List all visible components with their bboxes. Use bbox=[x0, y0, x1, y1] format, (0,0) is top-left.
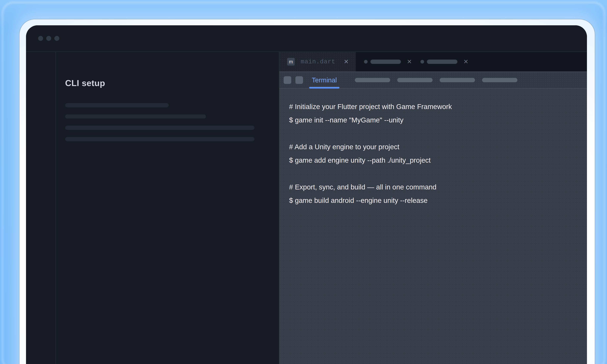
window-body: CLI setup m main.dart ✕ bbox=[26, 52, 587, 364]
terminal-line: # Add a Unity engine to your project bbox=[289, 140, 587, 154]
editor-tab-bar: m main.dart ✕ ✕ ✕ bbox=[279, 52, 587, 71]
tab-placeholder[interactable]: ✕ bbox=[364, 52, 412, 71]
toolbar-tab-placeholder[interactable] bbox=[397, 78, 433, 82]
toolbar-tab-placeholder[interactable] bbox=[440, 78, 475, 82]
tab-label: main.dart bbox=[301, 58, 344, 65]
file-dot-icon bbox=[364, 60, 368, 64]
tab-terminal[interactable]: Terminal bbox=[312, 76, 337, 84]
editor-window: CLI setup m main.dart ✕ bbox=[26, 25, 587, 364]
terminal-output[interactable]: # Initialize your Flutter project with G… bbox=[279, 89, 587, 364]
terminal-toolbar: Terminal bbox=[279, 71, 587, 89]
window-frame: CLI setup m main.dart ✕ bbox=[20, 19, 595, 364]
terminal-line: $ game add engine unity --path ./unity_p… bbox=[289, 154, 587, 167]
terminal-line: # Export, sync, and build — all in one c… bbox=[289, 180, 587, 194]
terminal-action-button[interactable] bbox=[284, 76, 291, 84]
activity-sidebar bbox=[26, 52, 56, 364]
tab-label-skeleton bbox=[371, 60, 401, 64]
text-skeleton-line bbox=[65, 137, 254, 141]
toolbar-tab-placeholder[interactable] bbox=[482, 78, 517, 82]
tab-main-dart[interactable]: m main.dart ✕ bbox=[279, 52, 356, 71]
window-titlebar[interactable] bbox=[26, 25, 587, 52]
toolbar-tab-placeholder[interactable] bbox=[355, 78, 390, 82]
docs-panel: CLI setup bbox=[56, 52, 279, 364]
close-icon[interactable]: ✕ bbox=[344, 59, 349, 65]
terminal-line bbox=[289, 167, 587, 180]
terminal-line: # Initialize your Flutter project with G… bbox=[289, 100, 587, 113]
close-icon[interactable]: ✕ bbox=[463, 59, 468, 65]
tab-label-skeleton bbox=[427, 60, 457, 64]
window-control-close-icon[interactable] bbox=[38, 36, 43, 41]
close-icon[interactable]: ✕ bbox=[407, 59, 412, 65]
terminal-action-button[interactable] bbox=[295, 76, 303, 84]
page-background: CLI setup m main.dart ✕ bbox=[0, 0, 607, 364]
toolbar-tab-placeholders bbox=[355, 72, 517, 88]
editor-panel: m main.dart ✕ ✕ ✕ bbox=[279, 52, 587, 364]
terminal-line bbox=[289, 127, 587, 140]
tab-placeholder[interactable]: ✕ bbox=[420, 52, 468, 71]
terminal-line: $ game build android --engine unity --re… bbox=[289, 194, 587, 207]
page-title: CLI setup bbox=[65, 78, 105, 88]
text-skeleton-line bbox=[65, 126, 254, 130]
file-dot-icon bbox=[420, 60, 424, 64]
text-skeleton-line bbox=[65, 114, 206, 119]
window-control-minimize-icon[interactable] bbox=[46, 36, 51, 41]
terminal-line: $ game init --name "MyGame" --unity bbox=[289, 113, 587, 127]
dart-file-icon: m bbox=[287, 58, 295, 65]
text-skeleton-line bbox=[65, 103, 169, 107]
window-control-zoom-icon[interactable] bbox=[54, 36, 59, 41]
